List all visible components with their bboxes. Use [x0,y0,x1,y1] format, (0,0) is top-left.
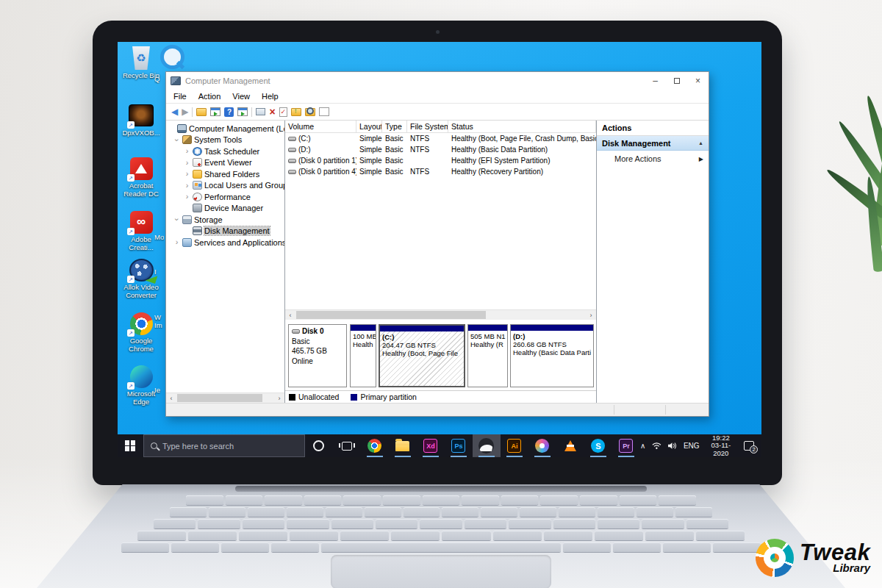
keyboard-key [171,542,219,552]
chevron-collapsed-icon[interactable]: › [184,148,190,154]
volume-row[interactable]: (D:) Simple Basic NTFS Healthy (Basic Da… [285,144,596,155]
tree-item-device-manager[interactable]: › Device Manager [166,203,284,215]
chevron-expanded-icon[interactable]: › [173,137,180,143]
chevron-collapsed-icon[interactable]: › [184,193,190,200]
column-file-system[interactable]: File System [407,121,448,132]
volume-row[interactable]: (Disk 0 partition 4) Simple Basic NTFS H… [285,166,596,177]
chevron-collapsed-icon[interactable]: › [184,159,190,166]
column-status[interactable]: Status [448,121,596,132]
chevron-collapsed-icon[interactable]: › [173,239,180,245]
details-view-icon[interactable] [319,107,329,116]
desktop-icon-edge[interactable]: ↗ Microsoft Edge [119,364,163,406]
volume-row[interactable]: (C:) Simple Basic NTFS Healthy (Boot, Pa… [285,133,596,144]
action-center-icon[interactable]: 2 [744,441,754,451]
actions-group-disk-management[interactable]: Disk Management ▲ [597,136,709,151]
disk0-label-box[interactable]: Disk 0 Basic 465.75 GB Online [288,324,347,387]
collapse-caret-icon[interactable]: ▲ [698,140,703,146]
scroll-left-icon[interactable]: ‹ [166,393,176,403]
taskbar-active-app[interactable] [473,434,501,457]
scroll-right-icon[interactable]: › [586,310,596,320]
taskbar-skype[interactable]: S [584,434,612,457]
taskbar-vlc[interactable] [556,434,584,457]
desktop-icon-allok[interactable]: ↗ Allok Video Converter [119,257,163,299]
partial-icon-label[interactable]: Q [154,76,164,84]
taskbar-premiere[interactable]: Pr [612,434,640,457]
tree-item-event-viewer[interactable]: › Event Viewer [166,157,284,169]
menu-file[interactable]: File [168,92,193,101]
tree-item-disk-management[interactable]: › Disk Management [166,226,284,237]
recycle-bin-icon: ♻ [132,46,151,70]
scroll-right-icon[interactable]: › [274,393,284,403]
column-type[interactable]: Type [382,121,407,132]
keyboard-key [675,507,712,517]
minimize-button[interactable]: – [645,72,666,89]
tree-item-local-users[interactable]: › Local Users and Groups [166,180,284,192]
task-view-button[interactable] [333,434,361,457]
maximize-button[interactable] [666,72,687,89]
back-icon[interactable]: ◀ [171,107,178,117]
start-button[interactable] [118,434,143,457]
volume-icon [288,148,296,152]
desktop-icon-dpx[interactable]: ↗ DpxVXOB... [119,103,163,137]
desktop-icon-acrobat[interactable]: ↗ Acrobat Reader DC [119,156,163,198]
partial-icon-label[interactable]: I [154,268,164,276]
column-volume[interactable]: Volume [285,121,356,132]
folder-up-icon[interactable] [291,108,301,116]
volume-icon[interactable] [668,442,677,450]
delete-icon[interactable]: × [269,106,275,118]
tree-item-performance[interactable]: › Performance [166,191,284,203]
taskbar-chrome[interactable] [361,434,389,457]
console-window-icon[interactable] [210,107,220,116]
remote-screen-icon[interactable] [256,108,265,115]
tree-horizontal-scrollbar[interactable]: ‹ › [166,392,284,403]
partition-efi[interactable]: 100 MB Health [350,324,376,387]
menu-action[interactable]: Action [193,92,227,101]
tree-item-task-scheduler[interactable]: › Task Scheduler [166,146,284,157]
scrollbar-thumb[interactable] [177,394,262,402]
taskbar-illustrator[interactable]: Ai [501,434,528,457]
tree-item-shared-folders[interactable]: › Shared Folders [166,168,284,180]
export-folder-icon[interactable] [196,108,207,116]
taskbar-clock[interactable]: 19:22 03-11-2020 [706,434,736,457]
partial-icon-label[interactable]: Ie [154,387,164,395]
console-pane-icon[interactable] [237,107,248,116]
taskbar-photoshop[interactable]: Ps [445,434,473,457]
menu-help[interactable]: Help [256,92,284,101]
forward-icon[interactable]: ▶ [182,107,188,117]
folder-search-icon[interactable] [305,108,315,116]
partial-icon-label[interactable]: Mo [154,234,164,242]
partition-d[interactable]: (D:) 260.68 GB NTFS Healthy (Basic Data … [510,324,594,387]
chevron-expanded-icon[interactable]: › [173,216,180,223]
volume-row[interactable]: (Disk 0 partition 1) Simple Basic Health… [285,155,596,166]
taskbar-paint-app[interactable] [528,434,556,457]
wifi-icon[interactable] [652,442,662,450]
tree-item-system-tools[interactable]: › System Tools [166,135,284,146]
tree-item-computer-management[interactable]: › Computer Management (Local [166,123,284,135]
partial-icon-label[interactable]: W Im [154,314,164,329]
language-indicator[interactable]: ENG [684,442,700,450]
partition-recovery[interactable]: 505 MB N1 Healthy (R [467,324,508,387]
cortana-button[interactable] [305,434,333,457]
partition-c-selected[interactable]: (C:) 204.47 GB NTFS Healthy (Boot, Page … [379,324,465,387]
close-button[interactable]: × [687,72,709,89]
chevron-collapsed-icon[interactable]: › [184,182,190,189]
scrollbar-thumb[interactable] [296,311,486,319]
taskbar-search-box[interactable] [143,434,305,457]
more-actions-item[interactable]: More Actions ▶ [597,151,709,167]
taskbar-adobe-xd[interactable]: Xd [417,434,445,457]
volume-list-horizontal-scrollbar[interactable]: ‹ › [285,309,596,320]
tree-item-services-applications[interactable]: › Services and Applications [166,237,284,248]
tree-item-storage[interactable]: › Storage [166,214,284,226]
validate-document-icon[interactable]: ✓ [279,107,287,117]
taskbar-file-explorer[interactable] [389,434,417,457]
desktop-icon-recycle-bin[interactable]: ♻ Recycle Bin [119,46,163,80]
menu-view[interactable]: View [226,92,256,101]
taskbar-search-input[interactable] [162,442,287,451]
column-layout[interactable]: Layout [356,121,382,132]
desktop-icon-creative-cloud[interactable]: ∞↗ Adobe Creati... [119,209,163,251]
scroll-left-icon[interactable]: ‹ [285,310,295,320]
chevron-up-icon[interactable]: ∧ [640,442,645,450]
chevron-collapsed-icon[interactable]: › [184,171,190,177]
help-icon[interactable]: ? [224,107,234,117]
desktop-icon-quicktime[interactable] [157,44,187,69]
